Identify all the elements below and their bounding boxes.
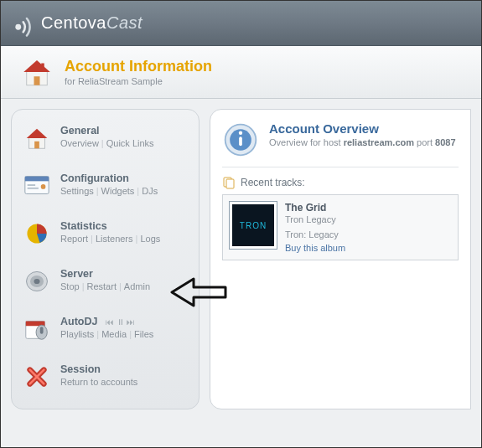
nav-link-files[interactable]: Files [134, 329, 153, 339]
nav-link-djs[interactable]: DJs [142, 186, 158, 196]
close-x-icon [22, 362, 52, 392]
album-cover: TRON [230, 202, 277, 249]
house-icon [19, 54, 54, 90]
pie-chart-icon [22, 219, 52, 249]
nav-link-overview[interactable]: Overview [60, 138, 99, 148]
svg-rect-26 [226, 179, 234, 188]
svg-rect-7 [34, 142, 39, 149]
nav-link-admin[interactable]: Admin [124, 281, 150, 291]
nav-title: Session [60, 363, 137, 375]
nav-title: General [60, 125, 154, 136]
page-subtitle: for ReliaStream Sample [65, 76, 212, 86]
svg-marker-2 [23, 60, 50, 72]
sidebar-section-server: Server Stop|Restart|Admin [15, 257, 195, 305]
svg-rect-20 [40, 327, 44, 334]
svg-rect-11 [28, 188, 39, 189]
nav-title: AutoDJ ⏮ ⏸ ⏭ [60, 316, 153, 327]
nav-link-logs[interactable]: Logs [140, 234, 160, 244]
page-header: Account Information for ReliaStream Samp… [1, 46, 481, 99]
speaker-icon [22, 266, 52, 296]
overview-header: Account Overview Overview for host relia… [222, 121, 459, 167]
nav-title: Configuration [60, 173, 158, 184]
nav-link-listeners[interactable]: Listeners [96, 234, 133, 244]
track-title: The Grid [285, 202, 345, 214]
overview-subtitle: Overview for host reliastream.com port 8… [269, 137, 456, 147]
autodj-controls-icon[interactable]: ⏮ ⏸ ⏭ [106, 317, 136, 327]
nav-link-restart[interactable]: Restart [87, 281, 117, 291]
svg-point-24 [239, 131, 242, 135]
nav-title: Statistics [60, 220, 160, 232]
overview-title: Account Overview [269, 121, 456, 136]
svg-point-16 [34, 279, 39, 284]
house-small-icon [22, 123, 52, 153]
nav-link-media[interactable]: Media [101, 329, 127, 339]
nav-link-playlists[interactable]: Playlists [60, 329, 94, 339]
svg-marker-6 [27, 129, 48, 138]
nav-link-return[interactable]: Return to accounts [60, 377, 137, 387]
brand-text: CentovaCast [41, 13, 143, 33]
sidebar: General Overview|Quick Links Configurati… [11, 109, 200, 409]
svg-rect-4 [41, 64, 44, 70]
svg-rect-10 [28, 184, 35, 186]
sidebar-section-statistics: Statistics Report|Listeners|Logs [15, 209, 195, 257]
nav-link-report[interactable]: Report [60, 234, 88, 244]
svg-point-0 [15, 23, 21, 29]
svg-rect-23 [239, 136, 242, 146]
svg-rect-9 [25, 177, 49, 182]
track-artist: Tron Legacy [285, 214, 345, 224]
content-panel: Account Overview Overview for host relia… [210, 109, 471, 409]
buy-album-link[interactable]: Buy this album [285, 243, 345, 253]
sidebar-section-autodj: AutoDJ ⏮ ⏸ ⏭ Playlists|Media|Files [15, 305, 195, 353]
track-album: Tron: Legacy [285, 229, 345, 239]
nav-link-widgets[interactable]: Widgets [101, 186, 135, 196]
svg-point-12 [41, 184, 46, 189]
sidebar-section-general: General Overview|Quick Links [15, 115, 195, 162]
info-icon [222, 121, 259, 158]
copy-icon [222, 176, 236, 189]
sidebar-section-configuration: Configuration Settings|Widgets|DJs [15, 162, 195, 209]
nav-link-stop[interactable]: Stop [60, 281, 80, 291]
top-bar: CentovaCast [1, 1, 481, 46]
nav-link-quicklinks[interactable]: Quick Links [106, 138, 154, 148]
logo-broadcast-icon [8, 9, 36, 38]
recent-tracks-label: Recent tracks: [222, 176, 459, 189]
calendar-mic-icon [22, 314, 52, 344]
config-window-icon [22, 171, 52, 201]
nav-link-settings[interactable]: Settings [60, 186, 94, 196]
page-title: Account Information [65, 58, 212, 75]
recent-track-card: TRON The Grid Tron Legacy Tron: Legacy B… [222, 194, 459, 260]
sidebar-section-session: Session Return to accounts [15, 353, 195, 400]
svg-rect-3 [34, 76, 40, 85]
nav-title: Server [60, 268, 150, 280]
